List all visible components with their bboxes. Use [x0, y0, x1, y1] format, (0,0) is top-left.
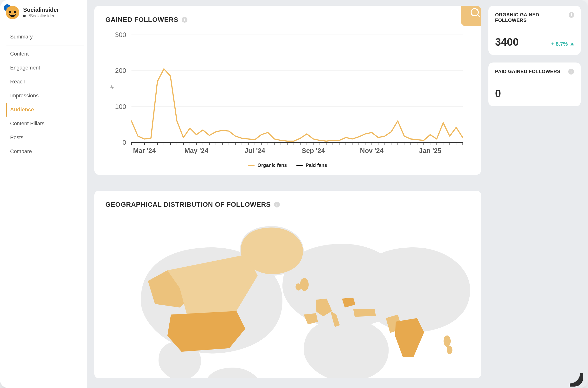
svg-text:300: 300 — [115, 31, 126, 38]
gained-followers-chart: 0100200300#Mar '24May '24Jul '24Sep '24N… — [105, 24, 470, 161]
gained-followers-card: GAINED FOLLOWERS i 0100200300#Mar '24May… — [94, 6, 481, 175]
svg-text:Jan '25: Jan '25 — [419, 147, 441, 154]
legend-organic: Organic fans — [248, 163, 287, 168]
kpi-paid-gained: PAID GAINED FOLLOWERS i 0 — [488, 63, 581, 106]
legend-swatch-paid-icon — [296, 165, 303, 166]
svg-text:Sep '24: Sep '24 — [302, 147, 325, 154]
world-map — [105, 208, 470, 378]
svg-text:0: 0 — [123, 139, 126, 146]
sidebar-item-engagement[interactable]: Engagement — [6, 61, 84, 75]
sidebar: in Socialinsider in /Socialinsider Summa… — [0, 0, 87, 388]
svg-text:200: 200 — [115, 67, 126, 74]
svg-text:May '24: May '24 — [184, 147, 208, 154]
chart-legend: Organic fans Paid fans — [105, 163, 470, 168]
info-icon[interactable]: i — [568, 69, 574, 74]
sidebar-item-content[interactable]: Content — [6, 47, 84, 61]
kpi-paid-title: PAID GAINED FOLLOWERS — [495, 69, 560, 74]
info-icon[interactable]: i — [182, 17, 187, 23]
sidebar-item-posts[interactable]: Posts — [6, 131, 84, 145]
card-corner — [461, 6, 481, 26]
kpi-organic-delta: + 8.7% — [551, 41, 574, 47]
network-short-icon: in — [23, 14, 26, 18]
brand-logo: in — [6, 6, 19, 19]
geo-distribution-card: GEOGRAPHICAL DISTRIBUTION OF FOLLOWERS i — [94, 191, 481, 378]
sidebar-nav: SummaryContentEngagementReachImpressions… — [6, 30, 84, 158]
kpi-paid-value: 0 — [495, 88, 501, 99]
brand-name: Socialinsider — [23, 6, 59, 13]
info-icon[interactable]: i — [569, 12, 574, 18]
geo-title: GEOGRAPHICAL DISTRIBUTION OF FOLLOWERS i — [105, 201, 470, 208]
sidebar-item-audience[interactable]: Audience — [6, 103, 84, 117]
svg-text:Nov '24: Nov '24 — [360, 147, 383, 154]
kpi-organic-gained: ORGANIC GAINED FOLLOWERS i 3400 + 8.7% — [488, 6, 581, 55]
sidebar-item-content-pillars[interactable]: Content Pillars — [6, 117, 84, 131]
trend-up-icon — [570, 43, 574, 46]
sidebar-item-summary[interactable]: Summary — [6, 30, 84, 46]
svg-text:Mar '24: Mar '24 — [133, 147, 156, 154]
brand-block: in Socialinsider in /Socialinsider — [6, 6, 84, 19]
charts-column: GAINED FOLLOWERS i 0100200300#Mar '24May… — [94, 6, 481, 382]
search-icon[interactable] — [471, 8, 479, 16]
kpi-organic-value: 3400 — [495, 36, 519, 48]
legend-paid: Paid fans — [296, 163, 327, 168]
svg-text:#: # — [110, 83, 114, 90]
main: GAINED FOLLOWERS i 0100200300#Mar '24May… — [87, 0, 588, 388]
kpi-organic-title: ORGANIC GAINED FOLLOWERS — [495, 12, 566, 23]
gained-followers-title: GAINED FOLLOWERS i — [105, 16, 470, 24]
brand-handle: in /Socialinsider — [23, 13, 59, 19]
svg-text:Jul '24: Jul '24 — [244, 147, 265, 154]
info-icon[interactable]: i — [274, 202, 280, 207]
app-frame: in Socialinsider in /Socialinsider Summa… — [0, 0, 588, 388]
brand-logo-icon — [6, 6, 19, 19]
sidebar-item-compare[interactable]: Compare — [6, 145, 84, 158]
legend-swatch-organic-icon — [248, 165, 255, 166]
sidebar-item-impressions[interactable]: Impressions — [6, 89, 84, 103]
kpi-column: ORGANIC GAINED FOLLOWERS i 3400 + 8.7% P… — [488, 6, 581, 382]
sidebar-item-reach[interactable]: Reach — [6, 75, 84, 89]
svg-text:100: 100 — [115, 103, 126, 110]
